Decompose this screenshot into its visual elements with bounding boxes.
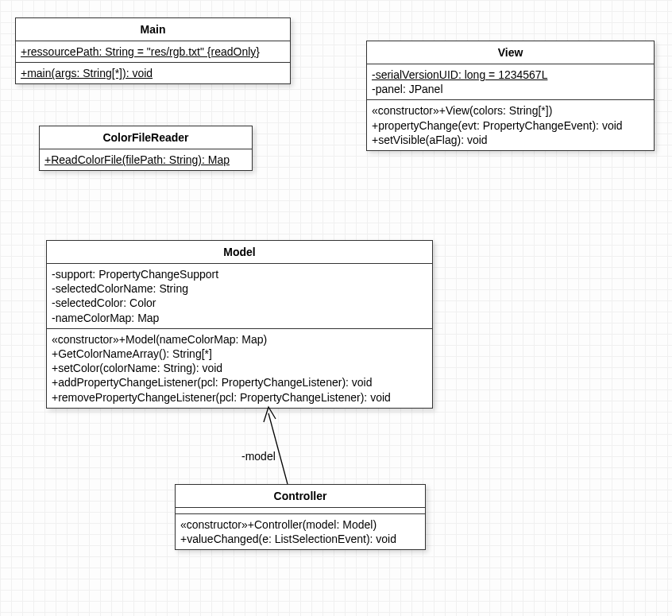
op: +setColor(colorName: String): void — [52, 361, 427, 375]
class-main-attrs: +ressourcePath: String = "res/rgb.txt" {… — [16, 41, 290, 63]
association-line — [268, 413, 288, 484]
association-label: -model — [241, 450, 276, 463]
class-main-name: Main — [16, 18, 290, 41]
class-view-name: View — [367, 41, 654, 64]
class-colorfilereader-name: ColorFileReader — [40, 126, 252, 149]
op: «constructor»+View(colors: String[*]) — [372, 103, 649, 118]
attr: -panel: JPanel — [372, 82, 649, 96]
op: +main(args: String[*]): void — [21, 66, 285, 80]
class-view-attrs: -serialVersionUID: long = 1234567L -pane… — [367, 64, 654, 100]
class-main[interactable]: Main +ressourcePath: String = "res/rgb.t… — [15, 17, 291, 84]
op: +setVisible(aFlag): void — [372, 133, 649, 147]
class-model-attrs: -support: PropertyChangeSupport -selecte… — [47, 264, 432, 329]
op: +propertyChange(evt: PropertyChangeEvent… — [372, 118, 649, 133]
op: «constructor»+Controller(model: Model) — [180, 517, 420, 532]
class-view-ops: «constructor»+View(colors: String[*]) +p… — [367, 100, 654, 150]
attr: -nameColorMap: Map — [52, 311, 427, 325]
attr: +ressourcePath: String = "res/rgb.txt" {… — [21, 45, 285, 59]
class-controller-attrs — [176, 508, 425, 514]
op: +GetColorNameArray(): String[*] — [52, 347, 427, 361]
association-arrowhead — [264, 407, 276, 422]
class-model[interactable]: Model -support: PropertyChangeSupport -s… — [46, 240, 433, 409]
attr: -serialVersionUID: long = 1234567L — [372, 68, 649, 82]
attr: -support: PropertyChangeSupport — [52, 267, 427, 281]
class-colorfilereader[interactable]: ColorFileReader +ReadColorFile(filePath:… — [39, 126, 253, 171]
class-main-ops: +main(args: String[*]): void — [16, 63, 290, 83]
class-view[interactable]: View -serialVersionUID: long = 1234567L … — [366, 41, 655, 151]
class-controller-ops: «constructor»+Controller(model: Model) +… — [176, 514, 425, 549]
op: +valueChanged(e: ListSelectionEvent): vo… — [180, 532, 420, 546]
class-colorfilereader-ops: +ReadColorFile(filePath: String): Map — [40, 149, 252, 170]
op: +addPropertyChangeListener(pcl: Property… — [52, 375, 427, 389]
class-model-ops: «constructor»+Model(nameColorMap: Map) +… — [47, 329, 432, 408]
op: +ReadColorFile(filePath: String): Map — [44, 153, 247, 167]
attr: -selectedColor: Color — [52, 296, 427, 310]
class-controller-name: Controller — [176, 485, 425, 508]
op: «constructor»+Model(nameColorMap: Map) — [52, 332, 427, 347]
attr: -selectedColorName: String — [52, 281, 427, 296]
class-model-name: Model — [47, 241, 432, 264]
class-controller[interactable]: Controller «constructor»+Controller(mode… — [175, 484, 426, 550]
op: +removePropertyChangeListener(pcl: Prope… — [52, 390, 427, 405]
